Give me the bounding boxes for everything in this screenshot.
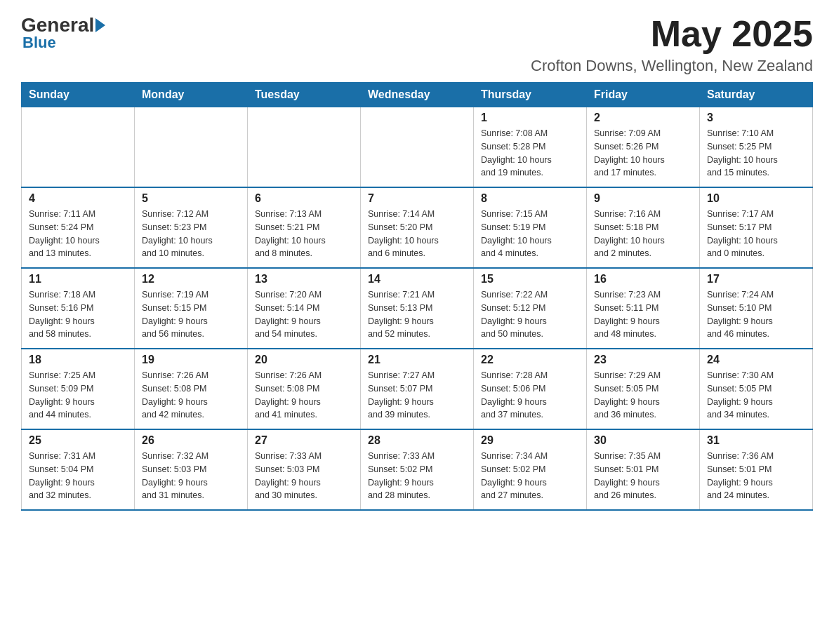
day-info: Sunrise: 7:24 AMSunset: 5:10 PMDaylight:… (707, 288, 805, 341)
calendar-cell: 21Sunrise: 7:27 AMSunset: 5:07 PMDayligh… (361, 349, 474, 429)
day-info: Sunrise: 7:15 AMSunset: 5:19 PMDaylight:… (481, 208, 579, 260)
calendar-cell: 11Sunrise: 7:18 AMSunset: 5:16 PMDayligh… (22, 268, 135, 349)
day-info: Sunrise: 7:26 AMSunset: 5:08 PMDaylight:… (255, 369, 353, 422)
calendar-body: 1Sunrise: 7:08 AMSunset: 5:28 PMDaylight… (22, 107, 813, 511)
logo-arrow-icon (95, 18, 105, 32)
calendar-cell: 15Sunrise: 7:22 AMSunset: 5:12 PMDayligh… (474, 268, 587, 349)
day-number: 14 (368, 273, 466, 286)
calendar-cell: 20Sunrise: 7:26 AMSunset: 5:08 PMDayligh… (248, 349, 361, 429)
page-header: General Blue May 2025 Crofton Downs, Wel… (21, 14, 813, 75)
day-info: Sunrise: 7:26 AMSunset: 5:08 PMDaylight:… (142, 369, 240, 422)
logo: General Blue (21, 14, 107, 52)
day-number: 18 (29, 354, 127, 366)
day-info: Sunrise: 7:35 AMSunset: 5:01 PMDaylight:… (594, 450, 692, 502)
weekday-header-thursday: Thursday (474, 83, 587, 107)
day-number: 28 (368, 434, 466, 447)
day-number: 19 (142, 354, 240, 366)
day-number: 12 (142, 273, 240, 286)
day-number: 7 (368, 192, 466, 205)
day-info: Sunrise: 7:29 AMSunset: 5:05 PMDaylight:… (594, 369, 692, 422)
day-number: 3 (707, 112, 805, 124)
calendar-week-row: 4Sunrise: 7:11 AMSunset: 5:24 PMDaylight… (22, 187, 813, 268)
calendar-cell: 4Sunrise: 7:11 AMSunset: 5:24 PMDaylight… (22, 187, 135, 268)
calendar-week-row: 25Sunrise: 7:31 AMSunset: 5:04 PMDayligh… (22, 429, 813, 510)
day-info: Sunrise: 7:32 AMSunset: 5:03 PMDaylight:… (142, 450, 240, 502)
day-number: 9 (594, 192, 692, 205)
calendar-cell: 14Sunrise: 7:21 AMSunset: 5:13 PMDayligh… (361, 268, 474, 349)
calendar-cell: 19Sunrise: 7:26 AMSunset: 5:08 PMDayligh… (135, 349, 248, 429)
day-number: 23 (594, 354, 692, 366)
day-info: Sunrise: 7:23 AMSunset: 5:11 PMDaylight:… (594, 288, 692, 341)
calendar-cell: 13Sunrise: 7:20 AMSunset: 5:14 PMDayligh… (248, 268, 361, 349)
calendar-cell: 26Sunrise: 7:32 AMSunset: 5:03 PMDayligh… (135, 429, 248, 510)
calendar-cell: 8Sunrise: 7:15 AMSunset: 5:19 PMDaylight… (474, 187, 587, 268)
day-info: Sunrise: 7:19 AMSunset: 5:15 PMDaylight:… (142, 288, 240, 341)
calendar-week-row: 11Sunrise: 7:18 AMSunset: 5:16 PMDayligh… (22, 268, 813, 349)
day-info: Sunrise: 7:33 AMSunset: 5:02 PMDaylight:… (368, 450, 466, 502)
calendar-cell: 31Sunrise: 7:36 AMSunset: 5:01 PMDayligh… (700, 429, 813, 510)
calendar-cell: 29Sunrise: 7:34 AMSunset: 5:02 PMDayligh… (474, 429, 587, 510)
day-info: Sunrise: 7:17 AMSunset: 5:17 PMDaylight:… (707, 208, 805, 260)
calendar-cell: 22Sunrise: 7:28 AMSunset: 5:06 PMDayligh… (474, 349, 587, 429)
day-info: Sunrise: 7:36 AMSunset: 5:01 PMDaylight:… (707, 450, 805, 502)
calendar-cell: 7Sunrise: 7:14 AMSunset: 5:20 PMDaylight… (361, 187, 474, 268)
day-info: Sunrise: 7:21 AMSunset: 5:13 PMDaylight:… (368, 288, 466, 341)
calendar-cell (361, 107, 474, 188)
day-info: Sunrise: 7:10 AMSunset: 5:25 PMDaylight:… (707, 127, 805, 180)
calendar-week-row: 1Sunrise: 7:08 AMSunset: 5:28 PMDaylight… (22, 107, 813, 188)
calendar-cell: 30Sunrise: 7:35 AMSunset: 5:01 PMDayligh… (587, 429, 700, 510)
calendar-cell: 17Sunrise: 7:24 AMSunset: 5:10 PMDayligh… (700, 268, 813, 349)
day-number: 27 (255, 434, 353, 447)
calendar-cell: 25Sunrise: 7:31 AMSunset: 5:04 PMDayligh… (22, 429, 135, 510)
calendar-cell: 5Sunrise: 7:12 AMSunset: 5:23 PMDaylight… (135, 187, 248, 268)
day-info: Sunrise: 7:20 AMSunset: 5:14 PMDaylight:… (255, 288, 353, 341)
day-info: Sunrise: 7:34 AMSunset: 5:02 PMDaylight:… (481, 450, 579, 502)
day-info: Sunrise: 7:08 AMSunset: 5:28 PMDaylight:… (481, 127, 579, 180)
day-info: Sunrise: 7:27 AMSunset: 5:07 PMDaylight:… (368, 369, 466, 422)
day-info: Sunrise: 7:22 AMSunset: 5:12 PMDaylight:… (481, 288, 579, 341)
calendar-cell: 24Sunrise: 7:30 AMSunset: 5:05 PMDayligh… (700, 349, 813, 429)
calendar-cell: 6Sunrise: 7:13 AMSunset: 5:21 PMDaylight… (248, 187, 361, 268)
day-number: 20 (255, 354, 353, 366)
day-info: Sunrise: 7:28 AMSunset: 5:06 PMDaylight:… (481, 369, 579, 422)
calendar-cell: 10Sunrise: 7:17 AMSunset: 5:17 PMDayligh… (700, 187, 813, 268)
calendar-cell: 2Sunrise: 7:09 AMSunset: 5:26 PMDaylight… (587, 107, 700, 188)
weekday-header-wednesday: Wednesday (361, 83, 474, 107)
day-info: Sunrise: 7:14 AMSunset: 5:20 PMDaylight:… (368, 208, 466, 260)
day-number: 6 (255, 192, 353, 205)
calendar-header: SundayMondayTuesdayWednesdayThursdayFrid… (22, 83, 813, 107)
month-title: May 2025 (531, 14, 813, 54)
day-info: Sunrise: 7:11 AMSunset: 5:24 PMDaylight:… (29, 208, 127, 260)
day-info: Sunrise: 7:33 AMSunset: 5:03 PMDaylight:… (255, 450, 353, 502)
calendar-cell: 12Sunrise: 7:19 AMSunset: 5:15 PMDayligh… (135, 268, 248, 349)
calendar-cell: 27Sunrise: 7:33 AMSunset: 5:03 PMDayligh… (248, 429, 361, 510)
weekday-header-sunday: Sunday (22, 83, 135, 107)
day-number: 1 (481, 112, 579, 124)
calendar-cell: 18Sunrise: 7:25 AMSunset: 5:09 PMDayligh… (22, 349, 135, 429)
calendar-cell: 1Sunrise: 7:08 AMSunset: 5:28 PMDaylight… (474, 107, 587, 188)
day-info: Sunrise: 7:12 AMSunset: 5:23 PMDaylight:… (142, 208, 240, 260)
calendar-table: SundayMondayTuesdayWednesdayThursdayFrid… (21, 82, 813, 511)
day-number: 5 (142, 192, 240, 205)
calendar-cell (248, 107, 361, 188)
title-block: May 2025 Crofton Downs, Wellington, New … (531, 14, 813, 75)
day-info: Sunrise: 7:18 AMSunset: 5:16 PMDaylight:… (29, 288, 127, 341)
day-number: 16 (594, 273, 692, 286)
day-info: Sunrise: 7:31 AMSunset: 5:04 PMDaylight:… (29, 450, 127, 502)
day-number: 17 (707, 273, 805, 286)
logo-blue-text: Blue (21, 34, 56, 52)
calendar-cell: 9Sunrise: 7:16 AMSunset: 5:18 PMDaylight… (587, 187, 700, 268)
weekday-header-saturday: Saturday (700, 83, 813, 107)
day-number: 10 (707, 192, 805, 205)
day-number: 22 (481, 354, 579, 366)
day-number: 15 (481, 273, 579, 286)
day-number: 2 (594, 112, 692, 124)
day-number: 4 (29, 192, 127, 205)
day-number: 8 (481, 192, 579, 205)
day-number: 25 (29, 434, 127, 447)
day-number: 26 (142, 434, 240, 447)
weekday-header-monday: Monday (135, 83, 248, 107)
day-info: Sunrise: 7:13 AMSunset: 5:21 PMDaylight:… (255, 208, 353, 260)
day-info: Sunrise: 7:16 AMSunset: 5:18 PMDaylight:… (594, 208, 692, 260)
day-info: Sunrise: 7:09 AMSunset: 5:26 PMDaylight:… (594, 127, 692, 180)
